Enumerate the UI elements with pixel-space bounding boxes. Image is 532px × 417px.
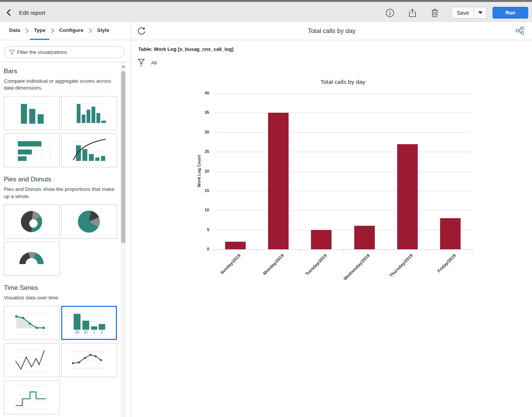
y-tick-label: 10 [190,208,209,212]
area-line-icon [4,306,59,340]
viz-thumb-step-line[interactable] [4,380,60,414]
condition-funnel-icon [137,58,145,67]
chevron-right-icon [24,22,30,40]
pie-icon [78,211,100,233]
tab-configure[interactable]: Configure [55,22,87,40]
viz-thumb-horizontal-bars[interactable] [4,133,60,167]
section-title-timeseries: Time Series [4,284,117,292]
gridline [214,132,472,133]
export-button[interactable] [407,7,419,19]
condition-row[interactable]: All [137,58,156,67]
delete-button[interactable] [430,7,441,19]
viz-thumb-dotted-line[interactable] [61,343,117,377]
x-tick-label: Wednesday/2019 [343,253,371,281]
info-button[interactable] [385,7,396,19]
breadcrumb-tabs: Data Type Configure Style [0,22,131,40]
chart-bar-Tuesday/2019[interactable] [311,230,332,249]
chart-bar-Sunday/2019[interactable] [225,242,246,250]
section-title-bars: Bars [4,68,117,75]
export-icon [407,8,417,18]
canvas-header: Total calls by day [131,22,532,40]
app-header: Edit report Save Run [0,2,532,22]
visualization-list: Bars Compare individual or aggregate sco… [0,62,120,417]
x-tick-mark [429,249,429,252]
viz-thumb-pareto[interactable] [61,133,117,167]
histogram-bars-icon [62,96,117,130]
header-divider [0,40,532,40]
y-tick-label: 35 [190,110,209,115]
y-tick-label: 30 [190,130,209,134]
save-split-button: Save [451,7,487,19]
sidebar-divider [131,22,131,417]
ts-bar-label: 2 [101,330,103,334]
gridline [214,191,472,191]
x-tick-label: Sunday/2019 [219,253,242,275]
trash-icon [430,8,440,18]
donut-hole [29,219,38,228]
sidebar-scrollbar-thumb[interactable] [121,71,125,243]
x-tick-mark [300,249,300,252]
chart-title: Total calls by day [214,79,472,85]
x-tick-label: Tuesday/2019 [305,253,328,276]
bars-thumbnails [4,96,117,167]
dotted-line-icon [62,343,117,377]
step-line-icon [4,381,59,414]
semi-donut-icon [19,252,44,264]
y-tick-label: 25 [190,149,209,154]
condition-value: All [151,60,156,66]
save-dropdown-button[interactable] [474,7,486,18]
x-tick-label: Thursday/2019 [389,253,414,278]
x-tick-label: Monday/2019 [262,253,285,276]
ts-bar-label: 30 [75,330,79,334]
viz-thumb-zigzag-line[interactable] [4,343,60,377]
scrollbar-up-arrow-icon[interactable] [122,65,125,68]
chart-bar-Thursday/2019[interactable] [397,144,418,249]
visualization-filter [4,46,125,58]
table-label: Table: Work Log [x_busag_cnx_call_log] [138,46,234,52]
viz-thumb-histogram-bars[interactable] [61,96,117,130]
back-chevron-icon [5,8,14,17]
filter-visualizations-input[interactable] [17,47,122,57]
chart-bar-Wednesday/2019[interactable] [354,226,375,249]
x-tick-mark [214,249,214,252]
viz-thumb-donut[interactable] [4,205,60,239]
chart-bar-Monday/2019[interactable] [268,113,289,249]
gridline [214,113,472,113]
y-tick-label: 0 [190,247,209,251]
chevron-right-icon [49,22,55,40]
viz-thumb-timeseries-bars[interactable]: 30 31 1 2 [61,306,117,340]
zigzag-line-icon [4,343,59,377]
viz-thumb-semi-donut[interactable] [4,242,60,276]
ts-bar-label: 31 [84,330,88,334]
x-tick-mark [472,249,472,252]
report-type-button[interactable] [515,26,526,36]
back-button[interactable] [5,7,15,18]
section-desc-bars: Compare individual or aggregate scores a… [4,78,115,91]
tab-data[interactable]: Data [5,22,24,40]
chart-bar-Friday/2019[interactable] [440,218,461,249]
gridline [214,93,472,94]
tab-style[interactable]: Style [93,22,113,40]
section-desc-timeseries: Visualize data over time. [4,294,115,301]
vertical-bars-icon [4,96,59,130]
time-series-bars-icon [62,307,116,339]
gridline [214,230,472,230]
gridline [214,210,472,211]
tab-type[interactable]: Type [30,22,49,40]
info-icon [385,8,395,18]
caret-down-icon [478,11,483,14]
y-tick-label: 5 [190,227,209,232]
chevron-right-icon [87,22,93,40]
y-tick-label: 40 [190,91,209,95]
viz-thumb-pie[interactable] [61,205,117,239]
y-tick-label: 15 [190,188,209,193]
report-type-icon [515,26,525,35]
viz-thumb-vertical-bars[interactable] [4,96,60,130]
run-button[interactable]: Run [493,7,528,19]
ts-bar-label: 1 [93,330,95,334]
pareto-icon [62,134,117,167]
save-button[interactable]: Save [452,7,474,18]
viz-thumb-area-line[interactable] [4,306,60,340]
section-title-pies: Pies and Donuts [4,176,117,183]
x-tick-mark [343,249,343,252]
